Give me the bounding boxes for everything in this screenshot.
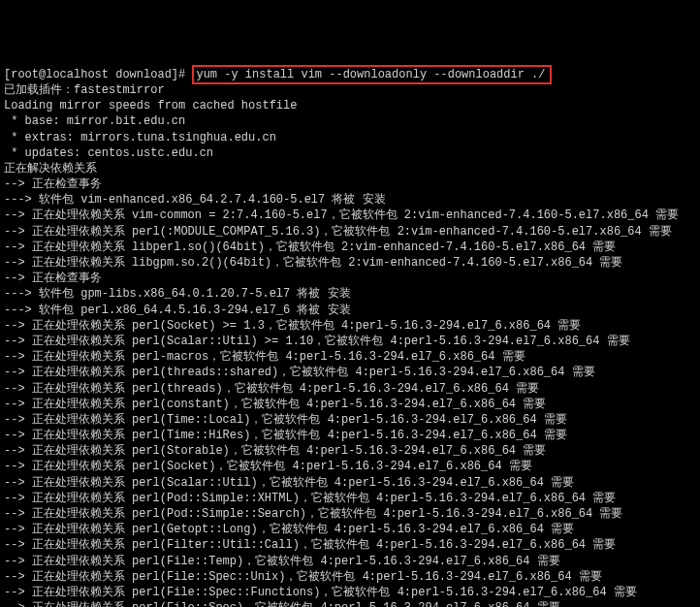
output-line: --> 正在处理依赖关系 vim-common = 2:7.4.160-5.el… [4,208,696,223]
terminal-output: 已加载插件：fastestmirrorLoading mirror speeds… [4,82,696,607]
output-line: --> 正在处理依赖关系 perl(Filter::Util::Call)，它被… [4,537,696,553]
output-line: --> 正在检查事务 [4,176,696,192]
output-line: * extras: mirrors.tuna.tsinghua.edu.cn [4,130,696,145]
output-line: --> 正在处理依赖关系 perl(File::Spec)，它被软件包 4:pe… [4,600,696,607]
output-line: --> 正在处理依赖关系 perl(Storable)，它被软件包 4:perl… [4,443,696,459]
output-line: --> 正在处理依赖关系 perl(File::Spec::Unix)，它被软件… [4,569,696,585]
output-line: --> 正在检查事务 [4,271,696,286]
output-line: --> 正在处理依赖关系 perl(:MODULE_COMPAT_5.16.3)… [4,224,696,240]
command-highlight: yum -y install vim --downloadonly --down… [192,65,551,84]
output-line: --> 正在处理依赖关系 perl(Time::Local)，它被软件包 4:p… [4,412,696,428]
output-line: --> 正在处理依赖关系 perl(File::Spec::Functions)… [4,585,696,600]
output-line: --> 正在处理依赖关系 perl(Socket) >= 1.3，它被软件包 4… [4,318,696,334]
output-line: --> 正在处理依赖关系 perl(Getopt::Long)，它被软件包 4:… [4,522,696,537]
output-line: --> 正在处理依赖关系 perl(threads::shared)，它被软件包… [4,365,696,380]
output-line: ---> 软件包 vim-enhanced.x86_64.2.7.4.160-5… [4,192,696,208]
output-line: --> 正在处理依赖关系 perl(Scalar::Util) >= 1.10，… [4,334,696,349]
output-line: --> 正在处理依赖关系 perl(constant)，它被软件包 4:perl… [4,397,696,412]
output-line: ---> 软件包 gpm-libs.x86_64.0.1.20.7-5.el7 … [4,286,696,302]
output-line: 已加载插件：fastestmirror [4,82,696,98]
output-line: * base: mirror.bit.edu.cn [4,113,696,129]
terminal-prompt-line[interactable]: [root@localhost download]# yum -y instal… [4,67,696,82]
output-line: --> 正在处理依赖关系 perl(Scalar::Util)，它被软件包 4:… [4,475,696,491]
output-line: --> 正在处理依赖关系 perl-macros，它被软件包 4:perl-5.… [4,349,696,365]
output-line: * updates: centos.ustc.edu.cn [4,145,696,161]
command-text: yum -y install vim --downloadonly --down… [196,68,545,81]
output-line: ---> 软件包 perl.x86_64.4.5.16.3-294.el7_6 … [4,303,696,318]
output-line: --> 正在处理依赖关系 perl(Pod::Simple::Search)，它… [4,506,696,522]
prompt-prefix: [root@localhost download]# [4,68,192,81]
output-line: --> 正在处理依赖关系 perl(File::Temp)，它被软件包 4:pe… [4,554,696,569]
output-line: --> 正在处理依赖关系 perl(Socket)，它被软件包 4:perl-5… [4,459,696,474]
output-line: --> 正在处理依赖关系 libgpm.so.2()(64bit)，它被软件包 … [4,255,696,271]
output-line: --> 正在处理依赖关系 perl(threads)，它被软件包 4:perl-… [4,381,696,397]
output-line: --> 正在处理依赖关系 perl(Time::HiRes)，它被软件包 4:p… [4,428,696,443]
output-line: Loading mirror speeds from cached hostfi… [4,98,696,113]
output-line: --> 正在处理依赖关系 libperl.so()(64bit)，它被软件包 2… [4,240,696,255]
output-line: 正在解决依赖关系 [4,161,696,176]
output-line: --> 正在处理依赖关系 perl(Pod::Simple::XHTML)，它被… [4,491,696,506]
